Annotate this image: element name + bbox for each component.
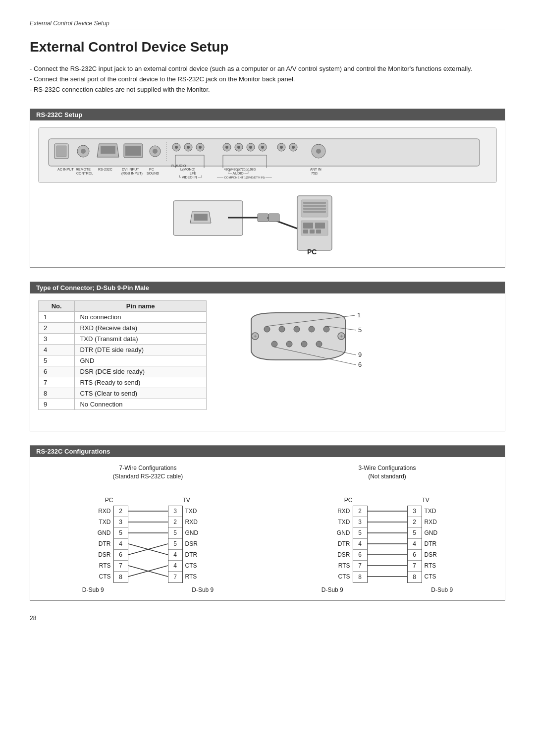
svg-rect-59	[258, 214, 268, 222]
configurations-section: RS-232C Configurations 7-Wire Configurat…	[30, 445, 505, 601]
svg-text:1: 1	[357, 311, 361, 319]
wire7-tv-signals: TV TXDRXDGNDDSRDTRCTSRTS	[183, 485, 201, 582]
rs232c-setup-label: RS-232C Setup	[30, 109, 505, 120]
pc-signal-label: DTR	[334, 538, 353, 549]
svg-point-80	[271, 341, 277, 347]
pin-table-cell: CTS (Clear to send)	[75, 388, 207, 399]
pin-table-cell: 1	[39, 312, 75, 323]
pin-table: No. Pin name 1No connection2RXD (Receive…	[38, 300, 207, 410]
svg-text:RS-232C: RS-232C	[98, 168, 112, 171]
svg-point-83	[316, 341, 322, 347]
svg-point-29	[292, 146, 295, 149]
svg-text:ANT IN: ANT IN	[310, 168, 321, 171]
pc-signal-label: TXD	[95, 517, 113, 527]
intro-item-3: RS-232C connection cables are not suppli…	[30, 85, 505, 95]
svg-text:480p/480p/720p/1080i: 480p/480p/720p/1080i	[224, 168, 256, 172]
config-row: 7-Wire Configurations (Standard RS-232C …	[38, 464, 497, 593]
pc-num-cell: 5	[114, 528, 128, 539]
page-number: 28	[30, 615, 505, 622]
configurations-label: RS-232C Configurations	[30, 446, 505, 457]
pin-table-cell: 3	[39, 334, 75, 345]
svg-point-79	[323, 326, 329, 332]
pc-signal-label: DSR	[95, 549, 113, 560]
svg-text:75Ω: 75Ω	[311, 172, 318, 175]
pin-table-cell: 7	[39, 377, 75, 388]
tv-num-cell: 3	[168, 506, 182, 517]
svg-text:CONTROL: CONTROL	[76, 172, 93, 175]
wire3-config: 3-Wire Configurations (Not standard) PC …	[277, 464, 497, 593]
dsub-connector-svg: 1 5 9 6	[236, 310, 365, 385]
tv-num-cell: 4	[168, 550, 182, 561]
svg-rect-63	[303, 205, 326, 207]
tv-signal-label: DTR	[422, 538, 440, 549]
svg-point-78	[309, 326, 315, 332]
tv-signal-label: DSR	[422, 549, 440, 560]
rs232c-setup-section: RS-232C Setup	[30, 109, 505, 268]
wire7-dsub-labels: D-Sub 9 D-Sub 9	[38, 586, 258, 593]
svg-text:6: 6	[358, 361, 362, 368]
tv-num-cell: 4	[408, 539, 422, 550]
wire3-diagram: PC RXDTXDGNDDTRDSRRTSCTS X 2354678 X	[277, 485, 497, 583]
svg-rect-67	[303, 223, 313, 229]
pc-signal-label: DTR	[95, 538, 113, 549]
wire7-pc-nums: X 2354678	[113, 485, 128, 583]
svg-text:─── COMPONENT 1(DVD/DTV IN) ──: ─── COMPONENT 1(DVD/DTV IN) ───	[216, 176, 272, 179]
pin-table-cell: 5	[39, 355, 75, 366]
header-section-title: External Control Device Setup	[30, 20, 109, 27]
wire3-lines-svg	[368, 506, 407, 582]
tv-num-cell: 5	[408, 528, 422, 539]
svg-text:9: 9	[358, 351, 362, 358]
pin-table-cell: GND	[75, 355, 207, 366]
svg-text:R-AUDIO: R-AUDIO	[171, 164, 186, 168]
svg-text:AC INPUT: AC INPUT	[57, 168, 74, 171]
pc-signal-label: DSR	[334, 549, 353, 560]
tv-num-cell: 4	[168, 561, 182, 572]
tv-signal-label: DTR	[183, 549, 201, 560]
tv-signal-label: TXD	[422, 506, 440, 517]
tv-num-cell: 5	[168, 539, 182, 550]
tv-num-cell: 3	[408, 506, 422, 517]
pin-table-cell: TXD (Transmit data)	[75, 334, 207, 345]
pc-num-cell: 3	[353, 517, 367, 528]
col-header-pinname: Pin name	[75, 301, 207, 312]
connector-type-label: Type of Connector; D-Sub 9-Pin Male	[30, 282, 505, 293]
pc-num-cell: 7	[353, 561, 367, 572]
tv-signal-label: TXD	[183, 506, 201, 517]
tv-signal-label: RTS	[183, 571, 201, 582]
svg-text:PC: PC	[149, 168, 154, 171]
tv-num-cell: 2	[408, 517, 422, 528]
tv-num-cell: 8	[408, 572, 422, 582]
tv-num-cell: 2	[168, 517, 182, 528]
wire7-config: 7-Wire Configurations (Standard RS-232C …	[38, 464, 258, 593]
svg-point-27	[280, 146, 283, 149]
svg-rect-57	[194, 214, 208, 221]
tv-signal-label: CTS	[422, 571, 440, 582]
pin-table-cell: DSR (DCE side ready)	[75, 366, 207, 377]
tv-signal-label: CTS	[183, 560, 201, 571]
svg-point-82	[301, 341, 307, 347]
svg-text:└ VIDEO IN ─┘: └ VIDEO IN ─┘	[178, 175, 203, 179]
svg-point-10	[153, 149, 158, 154]
svg-point-19	[225, 146, 228, 149]
cable-diagram: PC	[38, 191, 497, 255]
pc-signal-label: RXD	[334, 506, 353, 517]
svg-rect-8	[125, 146, 141, 156]
svg-text:(RGB INPUT): (RGB INPUT)	[121, 172, 143, 175]
wire3-pc-signals: PC RXDTXDGNDDTRDSRRTSCTS	[334, 485, 353, 582]
tv-signal-label: RXD	[422, 517, 440, 527]
tv-num-cell: 6	[408, 550, 422, 561]
connector-panel: AC INPUT REMOTE CONTROL RS-232C DVI INPU…	[38, 127, 497, 183]
svg-rect-70	[310, 230, 315, 233]
svg-rect-64	[303, 208, 326, 210]
connector-type-section: Type of Connector; D-Sub 9-Pin Male No. …	[30, 282, 505, 431]
svg-text:L(MONO): L(MONO)	[180, 168, 195, 172]
wire3-pc-nums: X 2354678	[353, 485, 368, 583]
tv-signal-label: DSR	[183, 538, 201, 549]
page-title: External Control Device Setup	[30, 39, 505, 55]
pc-num-cell: 2	[114, 506, 128, 517]
pin-table-cell: 9	[39, 399, 75, 410]
svg-rect-71	[316, 230, 321, 233]
pc-signal-label: GND	[334, 527, 353, 538]
wire7-lines: X	[128, 485, 168, 583]
col-header-no: No.	[39, 301, 75, 312]
